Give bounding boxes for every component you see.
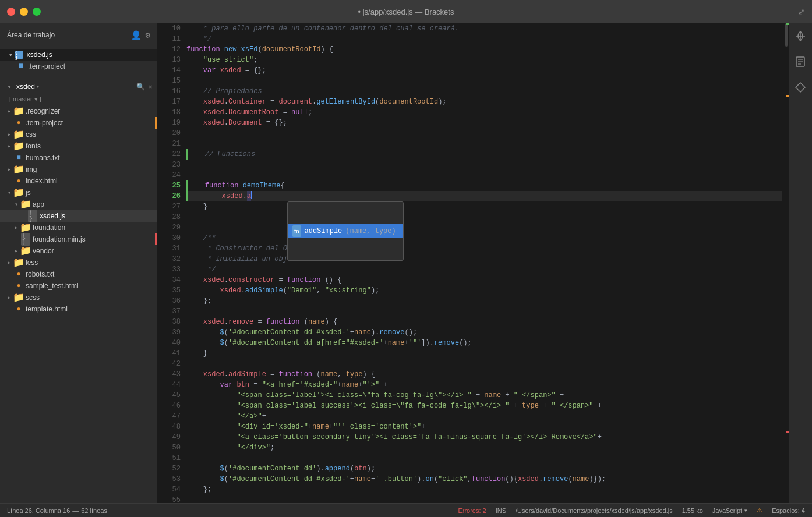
scrollbar-thumb[interactable] (785, 23, 788, 47)
close-tree-icon[interactable]: ✕ (149, 83, 153, 91)
template-label: template.html (26, 305, 68, 313)
file-tree: 📁 .recognizer ● .tern-project 📁 css (0, 105, 157, 503)
minimize-button[interactable] (20, 8, 28, 16)
code-line-20 (186, 128, 789, 139)
sidebar-header: Área de trabajo 👤 ⚙ (0, 23, 157, 47)
tree-item-tern-project[interactable]: ● .tern-project (0, 117, 157, 129)
code-line-30: /** (186, 233, 789, 243)
close-button[interactable] (7, 8, 15, 16)
code-line-29 (186, 222, 789, 233)
book-icon[interactable] (792, 54, 809, 70)
tree-item-xsded-js[interactable]: { } xsded.js (0, 210, 157, 222)
code-line-38: xsded.remove = function (name) { (186, 317, 789, 327)
code-line-55 (186, 495, 789, 503)
code-line-40: $('#documentContent dd a[href="#xsded-'+… (186, 338, 789, 348)
working-dir-header[interactable]: ▾ xsded ▾ 🔍 ✕ (0, 80, 157, 94)
warn-indicator[interactable]: ⚠ (757, 507, 762, 514)
maximize-button[interactable] (33, 8, 41, 16)
open-file-xsded[interactable]: ▾ { } xsded.js (0, 49, 157, 61)
tree-item-app[interactable]: 📁 app (0, 199, 157, 210)
scss-label: scss (26, 293, 40, 302)
tree-item-fonts[interactable]: 📁 fonts (0, 140, 157, 152)
diamond-icon[interactable] (792, 79, 809, 95)
css-folder-icon: 📁 (14, 130, 23, 139)
person-icon[interactable]: 👤 (131, 30, 141, 40)
xsded-file-icon: { } (28, 211, 37, 221)
search-tree-icon[interactable]: 🔍 (136, 83, 145, 91)
code-line-10: * para ello parte de un contenedor dentr… (186, 23, 789, 34)
code-line-12: function new_xsEd(documentRootId) { (186, 44, 789, 55)
folder-expand-icon: ▾ (5, 82, 14, 91)
code-content[interactable]: * para ello parte de un contenedor dentr… (186, 23, 789, 503)
code-line-26: xsded.a fn addSimple (name, type) (186, 191, 789, 201)
robots-label: robots.txt (26, 270, 54, 278)
vendor-folder-icon: 📁 (21, 246, 30, 256)
less-label: less (26, 258, 38, 267)
tree-item-js[interactable]: 📁 js (0, 187, 157, 199)
spaces-indicator[interactable]: Espacios: 4 (772, 507, 805, 514)
tree-item-img[interactable]: 📁 img (0, 164, 157, 175)
fonts-folder-icon: 📁 (14, 141, 23, 151)
tree-item-recognizer[interactable]: 📁 .recognizer (0, 105, 157, 117)
live-preview-icon[interactable] (792, 28, 809, 44)
autocomplete-fn-icon: fn (292, 225, 301, 237)
editor-area: 10 11 12 13 14 15 16 17 18 19 20 21 22 2… (157, 23, 789, 503)
tree-item-template[interactable]: ● template.html (0, 303, 157, 315)
code-line-24 (186, 170, 789, 180)
tern-project-label: .tern-project (26, 119, 63, 127)
autocomplete-item-addSimple[interactable]: fn addSimple (name, type) (288, 224, 403, 238)
code-line-41: } (186, 348, 789, 359)
scrollbar-track[interactable] (782, 23, 789, 503)
tree-item-foundation-min[interactable]: { } foundation.min.js (0, 233, 157, 245)
code-line-22: // Functions (186, 149, 789, 160)
settings-icon[interactable]: ⚙ (146, 30, 150, 40)
autocomplete-popup[interactable]: fn addSimple (name, type) (287, 201, 404, 261)
less-folder-icon: 📁 (14, 258, 23, 267)
ins-mode[interactable]: INS (496, 507, 506, 514)
tree-item-scss[interactable]: 📁 scss (0, 292, 157, 303)
code-line-48: "<div id='xsded-"+name+"'' class='conten… (186, 422, 789, 432)
code-line-23 (186, 160, 789, 170)
tree-item-humans[interactable]: ■ humans.txt (0, 152, 157, 164)
humans-label: humans.txt (26, 154, 60, 162)
gutter-mark-1 (786, 23, 789, 25)
code-line-35: xsded.addSimple("Demo1", "xs:string"); (186, 285, 789, 296)
tree-item-robots[interactable]: ● robots.txt (0, 268, 157, 280)
code-line-42 (186, 359, 789, 369)
cursor-position[interactable]: Línea 26, Columna 16 — 62 líneas (7, 507, 107, 514)
js-folder-label: js (26, 189, 31, 197)
autocomplete-text: addSimple (305, 226, 343, 236)
tree-item-vendor[interactable]: 📁 vendor (0, 245, 157, 257)
open-file-name: xsded.js (27, 51, 52, 59)
language-selector[interactable]: JavaScript ▾ (712, 507, 747, 514)
tree-item-index[interactable]: ● index.html (0, 175, 157, 187)
app-label: app (33, 200, 44, 208)
errors-count: Errores: 2 (458, 507, 486, 514)
code-line-44: var btn = "<a href='#xsded-"+name+"'>" + (186, 380, 789, 390)
dropdown-icon: ▾ (36, 83, 40, 90)
code-line-43: xsded.addSimple = function (name, type) … (186, 369, 789, 380)
tree-item-css[interactable]: 📁 css (0, 129, 157, 140)
errors-indicator[interactable]: Errores: 2 (458, 507, 486, 514)
position-text: Línea 26, Columna 16 (7, 507, 70, 514)
tree-item-foundation[interactable]: 📁 foundation (0, 222, 157, 233)
line-numbers: 10 11 12 13 14 15 16 17 18 19 20 21 22 2… (157, 23, 186, 503)
gutter-mark-2 (786, 95, 789, 97)
open-file-tern[interactable]: ■ .tern-project (0, 61, 157, 72)
code-line-46: "<span class='label success'><i class=\"… (186, 401, 789, 411)
img-folder-icon: 📁 (14, 165, 23, 174)
autocomplete-params: (name, type) (345, 226, 396, 236)
status-bar: Línea 26, Columna 16 — 62 líneas Errores… (0, 503, 812, 517)
app-folder-icon: 📁 (21, 200, 30, 209)
main-layout: Área de trabajo 👤 ⚙ ▾ { } xsded.js ■ .te… (0, 23, 812, 503)
code-editor[interactable]: 10 11 12 13 14 15 16 17 18 19 20 21 22 2… (157, 23, 789, 503)
humans-icon: ■ (14, 153, 23, 162)
expand-icon[interactable]: ⤢ (798, 7, 805, 17)
tree-item-less[interactable]: 📁 less (0, 257, 157, 268)
foundation-min-icon: { } (21, 235, 30, 244)
tree-item-sample[interactable]: ● sample_test.html (0, 280, 157, 292)
fonts-label: fonts (26, 142, 41, 150)
code-line-49: "<a class='button secondary tiny'><i cla… (186, 432, 789, 442)
code-line-34: xsded.constructor = function () { (186, 275, 789, 285)
tern-file-label: .tern-project (28, 62, 65, 70)
